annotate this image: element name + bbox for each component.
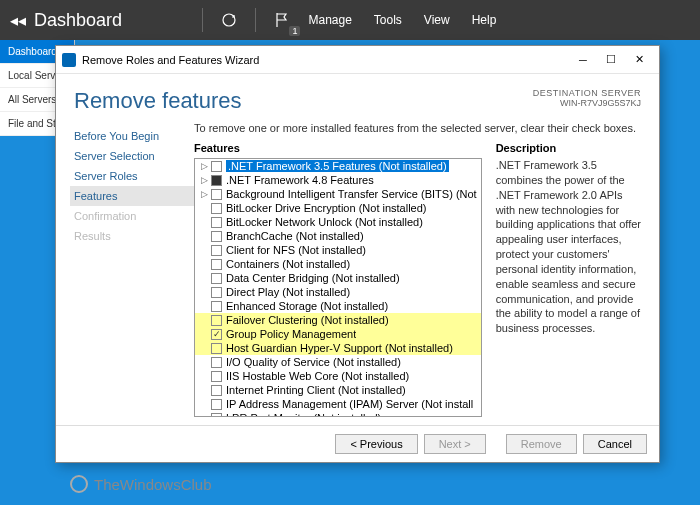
separator [202,8,203,32]
cancel-button[interactable]: Cancel [583,434,647,454]
expand-icon[interactable]: ▷ [199,161,209,171]
feature-checkbox[interactable] [211,259,222,270]
watermark-text: TheWindowsClub [94,476,212,493]
feature-item[interactable]: Client for NFS (Not installed) [195,243,481,257]
feature-checkbox[interactable] [211,371,222,382]
feature-checkbox[interactable] [211,245,222,256]
expand-icon[interactable]: ▷ [199,189,209,199]
destination-label: DESTINATION SERVER [533,88,641,98]
feature-label: Group Policy Management [226,328,356,340]
menu-help[interactable]: Help [464,13,505,27]
feature-label: .NET Framework 3.5 Features (Not install… [226,160,449,172]
previous-button[interactable]: < Previous [335,434,417,454]
wizard-steps-nav: Before You BeginServer SelectionServer R… [74,122,194,417]
feature-checkbox[interactable] [211,217,222,228]
wizard-step[interactable]: Server Selection [74,146,194,166]
wizard-header: Remove features DESTINATION SERVER WIN-R… [56,74,659,122]
wizard-footer: < Previous Next > Remove Cancel [56,425,659,462]
description-column: Description .NET Framework 3.5 combines … [496,142,641,417]
feature-label: Client for NFS (Not installed) [226,244,366,256]
features-column: Features ▷.NET Framework 3.5 Features (N… [194,142,482,417]
wizard-main-panel: To remove one or more installed features… [194,122,641,417]
feature-item[interactable]: ▷Background Intelligent Transfer Service… [195,187,481,201]
wizard-icon [62,53,76,67]
feature-item[interactable]: Group Policy Management [195,327,481,341]
features-title: Features [194,142,482,154]
feature-label: Failover Clustering (Not installed) [226,314,389,326]
feature-item[interactable]: Containers (Not installed) [195,257,481,271]
menu-tools[interactable]: Tools [366,13,410,27]
feature-item[interactable]: BranchCache (Not installed) [195,229,481,243]
feature-label: Direct Play (Not installed) [226,286,350,298]
feature-label: I/O Quality of Service (Not installed) [226,356,401,368]
features-listbox[interactable]: ▷.NET Framework 3.5 Features (Not instal… [194,158,482,417]
feature-item[interactable]: IP Address Management (IPAM) Server (Not… [195,397,481,411]
notifications-flag-icon[interactable]: 1 [270,8,294,32]
wizard-step: Confirmation [74,206,194,226]
maximize-button[interactable]: ☐ [597,48,625,72]
feature-checkbox[interactable] [211,343,222,354]
feature-label: IP Address Management (IPAM) Server (Not… [226,398,473,410]
feature-label: BranchCache (Not installed) [226,230,364,242]
feature-checkbox[interactable] [211,161,222,172]
wizard-step[interactable]: Features [70,186,194,206]
feature-checkbox[interactable] [211,329,222,340]
instruction-text: To remove one or more installed features… [194,122,641,134]
description-text: .NET Framework 3.5 combines the power of… [496,158,641,336]
destination-value: WIN-R7VJ9G5S7KJ [533,98,641,108]
feature-checkbox[interactable] [211,413,222,418]
feature-item[interactable]: Failover Clustering (Not installed) [195,313,481,327]
feature-item[interactable]: Data Center Bridging (Not installed) [195,271,481,285]
feature-checkbox[interactable] [211,287,222,298]
next-button[interactable]: Next > [424,434,486,454]
feature-item[interactable]: ▷.NET Framework 4.8 Features [195,173,481,187]
feature-item[interactable]: Direct Play (Not installed) [195,285,481,299]
expand-icon[interactable]: ▷ [199,175,209,185]
menu-manage[interactable]: Manage [300,13,359,27]
feature-checkbox[interactable] [211,357,222,368]
feature-checkbox[interactable] [211,315,222,326]
feature-item[interactable]: BitLocker Network Unlock (Not installed) [195,215,481,229]
feature-label: Containers (Not installed) [226,258,350,270]
feature-label: BitLocker Network Unlock (Not installed) [226,216,423,228]
feature-item[interactable]: IIS Hostable Web Core (Not installed) [195,369,481,383]
wizard-heading: Remove features [74,88,533,114]
back-icon[interactable]: ◂◂ [10,11,26,30]
feature-checkbox[interactable] [211,175,222,186]
wizard-step[interactable]: Before You Begin [74,126,194,146]
feature-label: Data Center Bridging (Not installed) [226,272,400,284]
feature-checkbox[interactable] [211,399,222,410]
wizard-body: Before You BeginServer SelectionServer R… [56,122,659,425]
wizard-titlebar[interactable]: Remove Roles and Features Wizard ─ ☐ ✕ [56,46,659,74]
feature-checkbox[interactable] [211,301,222,312]
feature-item[interactable]: Internet Printing Client (Not installed) [195,383,481,397]
feature-item[interactable]: BitLocker Drive Encryption (Not installe… [195,201,481,215]
feature-item[interactable]: LPR Port Monitor (Not installed) [195,411,481,417]
feature-label: IIS Hostable Web Core (Not installed) [226,370,409,382]
feature-item[interactable]: Host Guardian Hyper-V Support (Not insta… [195,341,481,355]
watermark-icon [70,475,88,493]
refresh-icon[interactable] [217,8,241,32]
wizard-step[interactable]: Server Roles [74,166,194,186]
feature-label: .NET Framework 4.8 Features [226,174,374,186]
notification-count: 1 [289,26,300,36]
description-title: Description [496,142,641,154]
feature-checkbox[interactable] [211,273,222,284]
feature-checkbox[interactable] [211,189,222,200]
feature-label: LPR Port Monitor (Not installed) [226,412,381,417]
minimize-button[interactable]: ─ [569,48,597,72]
feature-item[interactable]: Enhanced Storage (Not installed) [195,299,481,313]
feature-label: Internet Printing Client (Not installed) [226,384,406,396]
svg-point-0 [223,14,235,26]
feature-checkbox[interactable] [211,203,222,214]
feature-checkbox[interactable] [211,385,222,396]
page-title: Dashboard [34,10,122,31]
remove-button[interactable]: Remove [506,434,577,454]
close-button[interactable]: ✕ [625,48,653,72]
feature-checkbox[interactable] [211,231,222,242]
wizard-step: Results [74,226,194,246]
separator [255,8,256,32]
menu-view[interactable]: View [416,13,458,27]
feature-item[interactable]: I/O Quality of Service (Not installed) [195,355,481,369]
feature-item[interactable]: ▷.NET Framework 3.5 Features (Not instal… [195,159,481,173]
